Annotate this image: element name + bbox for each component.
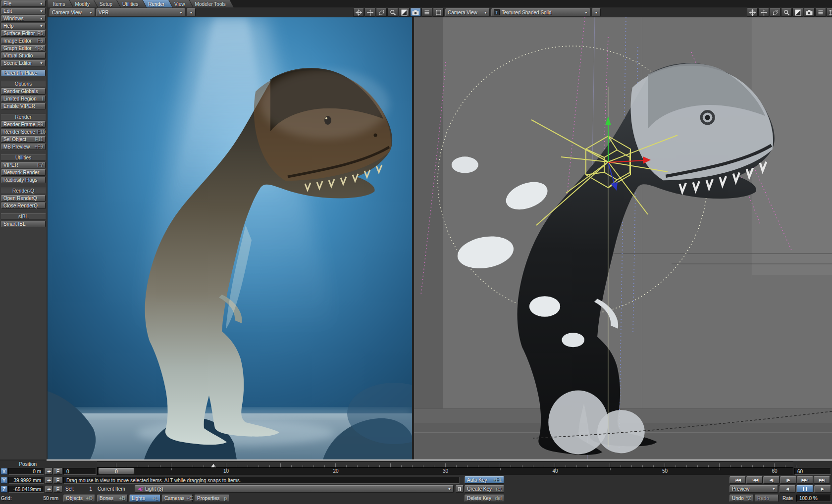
z-axis-toggle[interactable]: Z [0, 486, 7, 493]
frame-number: 50 [662, 468, 668, 474]
move-icon[interactable] [364, 8, 375, 17]
sidebar-item-image-editor[interactable]: Image EditorF6 [1, 38, 46, 44]
bounds-icon[interactable] [827, 8, 832, 17]
step-forward-button[interactable]: ||▶ [780, 476, 796, 484]
sidebar-item-render-frame[interactable]: Render FrameF9 [1, 121, 46, 128]
item-button-properties[interactable]: Propertiesp [195, 495, 229, 502]
camera-icon[interactable] [804, 8, 815, 17]
dope-track[interactable] [97, 461, 793, 467]
sidebar-item-sel-object[interactable]: Sel ObjectF11 [1, 136, 46, 143]
vpr-camera-viewport[interactable] [48, 17, 412, 459]
tab-utilities[interactable]: Utilities [117, 0, 146, 7]
auto-key-button[interactable]: Auto Key +F1 [465, 476, 504, 484]
zoom-icon[interactable] [781, 8, 792, 17]
menu-windows[interactable]: Windows▼ [1, 15, 46, 22]
rotate-icon[interactable] [376, 8, 387, 17]
x-axis-toggle[interactable]: X [0, 468, 7, 475]
tab-render[interactable]: Render [143, 0, 172, 7]
center-icon[interactable] [747, 8, 758, 17]
current-item-dropdown[interactable]: Light (3) ▼ [135, 485, 454, 493]
sidebar-item-mb-preview[interactable]: MB Preview+F9 [1, 144, 46, 150]
right-render-mode-dropdown[interactable]: T Textured Shaded Solid ▼ [491, 8, 590, 16]
play-backward-button[interactable]: ◀ [780, 485, 795, 493]
right-view-type-dropdown[interactable]: Camera View ▼ [445, 8, 490, 16]
sidebar-item-surface-editor[interactable]: Surface EditorF5 [1, 30, 46, 37]
item-button-objects[interactable]: Objects+O [63, 495, 95, 502]
maximize-icon[interactable] [399, 8, 410, 17]
tab-modify[interactable]: Modify [69, 0, 97, 7]
end-frame-field[interactable]: 60 [794, 468, 831, 475]
sidebar-item-parent-in-place[interactable]: Parent in Place [1, 70, 46, 76]
ruler-tick [610, 463, 610, 467]
rate-field[interactable]: 100.0 % [796, 495, 831, 502]
menu-help[interactable]: Help▼ [1, 23, 46, 29]
item-button-cameras[interactable]: Cameras+C [162, 495, 193, 502]
item-button-lights[interactable]: Lights+L [129, 495, 160, 502]
menu-file[interactable]: File▼ [1, 0, 46, 7]
bounds-icon[interactable] [433, 8, 444, 17]
left-view-type-dropdown[interactable]: Camera View ▼ [50, 8, 95, 16]
delete-key-button[interactable]: Delete Key del [465, 495, 504, 502]
sidebar-item-limited-region[interactable]: Limited Regionl [1, 96, 46, 102]
prev-key-button[interactable]: +◀◀ [746, 476, 763, 484]
sidebar-item-virtual-studio[interactable]: Virtual Studio [1, 52, 46, 59]
sidebar-item-close-renderq[interactable]: Close RenderQ [1, 202, 46, 209]
tab-view[interactable]: View [169, 0, 193, 7]
item-button-bones[interactable]: Bones+B [97, 495, 128, 502]
maximize-icon[interactable] [792, 8, 803, 17]
rotate-icon[interactable] [770, 8, 780, 17]
sidebar-item-render-scene[interactable]: Render SceneF10 [1, 129, 46, 135]
play-forward-button[interactable]: ▶ [814, 485, 831, 493]
zoom-icon[interactable] [387, 8, 398, 17]
x-position-field[interactable]: 0 m [8, 468, 44, 475]
left-render-mode-dropdown[interactable]: VPR ▼ [96, 8, 185, 16]
y-envelope-button[interactable]: E [53, 477, 62, 484]
sidebar-item-viper[interactable]: VIPERF7 [1, 162, 46, 168]
go-first-button[interactable]: |◀◀ [729, 476, 746, 484]
sidebar-item-radiosity-flags[interactable]: Radiosity Flags [1, 177, 46, 183]
sidebar-item-scene-editor[interactable]: Scene Editor▼ [1, 60, 46, 66]
center-icon[interactable] [353, 8, 364, 17]
list-icon[interactable] [815, 8, 826, 17]
go-last-button[interactable]: ▶▶| [814, 476, 830, 484]
next-key-button[interactable]: ▶▶+ [797, 476, 813, 484]
left-viewport-options-button[interactable]: ▼ [187, 8, 196, 16]
z-envelope-button[interactable]: E [53, 486, 62, 493]
menu-edit[interactable]: Edit▼ [1, 8, 46, 14]
tab-items[interactable]: Items [48, 0, 73, 7]
chevron-down-icon: ▼ [190, 10, 193, 15]
sidebar-item-enable-viper[interactable]: Enable VIPER [1, 103, 46, 109]
tab-setup[interactable]: Setup [94, 0, 120, 7]
timeline-handle[interactable]: 0 [98, 468, 135, 474]
sidebar-item-render-globals[interactable]: Render Globals [1, 88, 46, 95]
x-spinner[interactable]: ◀▶ [45, 468, 52, 475]
timeline-slider[interactable]: 0 102030405060 [97, 467, 793, 475]
move-icon[interactable] [758, 8, 769, 17]
undo-button[interactable]: Undo ^Z [729, 495, 753, 502]
list-icon[interactable] [421, 8, 432, 17]
y-axis-toggle[interactable]: Y [0, 477, 7, 484]
pause-button[interactable] [796, 485, 813, 493]
sidebar-item-graph-editor[interactable]: Graph Editor^F2 [1, 45, 46, 51]
redo-button[interactable]: Redo [755, 495, 779, 502]
sidebar-item-open-renderq[interactable]: Open RenderQ [1, 195, 46, 202]
item-list-button[interactable] [456, 485, 464, 493]
right-viewport-options-button[interactable]: ▼ [592, 8, 601, 16]
sidebar-item-network-render[interactable]: Network Render [1, 169, 46, 176]
y-position-field[interactable]: 39.9992 mm [8, 477, 44, 484]
preview-dropdown[interactable]: Preview ▼ [729, 485, 778, 493]
z-position-field[interactable]: -65.0419mm [8, 486, 44, 493]
sidebar-item-smart-ibl[interactable]: Smart IBL [1, 221, 46, 227]
y-spinner[interactable]: ◀▶ [45, 477, 52, 484]
frame-field[interactable]: 0 [63, 468, 96, 475]
z-spinner[interactable]: ◀▶ [45, 486, 52, 493]
chevron-down-icon: ▼ [770, 486, 776, 492]
create-key-button[interactable]: Create Key ret [465, 485, 504, 493]
tab-modeler-tools[interactable]: Modeler Tools [190, 0, 234, 7]
camera-icon[interactable] [410, 8, 421, 17]
ruler-tick [445, 463, 446, 467]
shaded-camera-viewport[interactable] [414, 17, 832, 459]
step-back-button[interactable]: ◀|| [763, 476, 780, 484]
x-envelope-button[interactable]: E [53, 468, 62, 475]
chevron-down-icon: ▼ [37, 1, 43, 6]
